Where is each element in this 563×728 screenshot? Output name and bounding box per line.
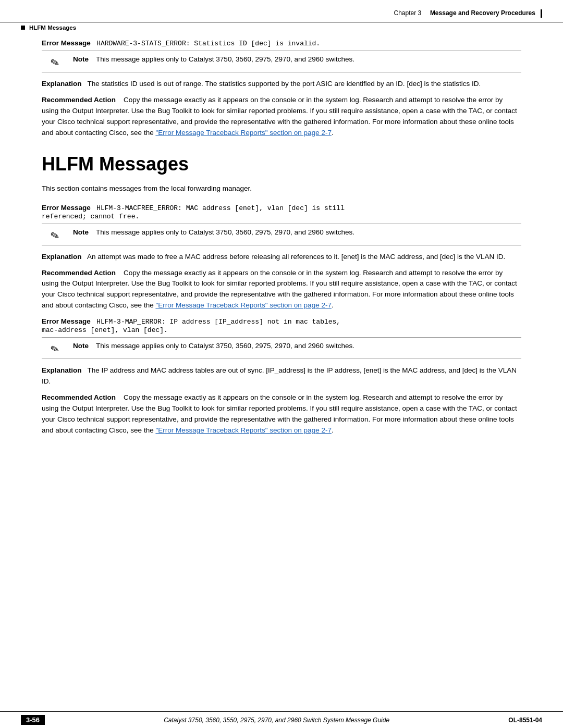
- pencil-icon: ✎: [49, 56, 60, 69]
- hlfm1-recommended-action-end: .: [332, 301, 334, 309]
- hlfm1-recommended-action-link[interactable]: "Error Message Traceback Reports" sectio…: [155, 301, 332, 309]
- hlfm2-note-text: This message applies only to Catalyst 37…: [96, 342, 521, 350]
- page-header: Chapter 3 Message and Recovery Procedure…: [0, 0, 563, 22]
- top-explanation-text: The statistics ID used is out of range. …: [88, 80, 481, 88]
- hlfm2-note-icon-col: ✎: [42, 342, 68, 354]
- top-note-box: ✎ Note This message applies only to Cata…: [42, 51, 521, 72]
- hlfm1-error-message-line: Error Message HLFM-3-MACFREE_ERROR: MAC …: [42, 204, 521, 220]
- pencil-icon-hlfm2: ✎: [49, 343, 60, 355]
- breadcrumb-text: HLFM Messages: [29, 24, 76, 31]
- footer-doc-title: Catalyst 3750, 3560, 3550, 2975, 2970, a…: [164, 717, 389, 724]
- hlfm-message-2: Error Message HLFM-3-MAP_ERROR: IP addre…: [42, 317, 521, 436]
- recommended-action-label-top: Recommended Action: [42, 96, 116, 104]
- hlfm1-note-box: ✎ Note This message applies only to Cata…: [42, 224, 521, 245]
- hlfm2-explanation-text: The IP address and MAC address tables ar…: [42, 366, 517, 385]
- top-error-code: HARDWARE-3-STATS_ERROR: Statistics ID [d…: [96, 40, 320, 47]
- top-note-text: This message applies only to Catalyst 37…: [96, 55, 521, 63]
- hlfm1-explanation-text: An attempt was made to free a MAC addres…: [87, 253, 505, 261]
- note-label-hlfm1: Note: [73, 228, 92, 236]
- error-message-label-hlfm2: Error Message: [42, 317, 91, 325]
- error-message-label-top: Error Message: [42, 39, 91, 47]
- top-error-block: Error Message HARDWARE-3-STATS_ERROR: St…: [42, 39, 521, 139]
- hlfm2-explanation: Explanation The IP address and MAC addre…: [42, 365, 521, 387]
- page-number: 3-56: [21, 715, 45, 725]
- top-error-message-line: Error Message HARDWARE-3-STATS_ERROR: St…: [42, 39, 521, 47]
- header-right: Chapter 3 Message and Recovery Procedure…: [394, 9, 543, 18]
- hlfm2-recommended-action: Recommended Action Copy the message exac…: [42, 392, 521, 436]
- hlfm2-note-content-col: Note This message applies only to Cataly…: [73, 342, 521, 350]
- error-message-label-hlfm1: Error Message: [42, 204, 91, 212]
- hlfm1-explanation: Explanation An attempt was made to free …: [42, 252, 521, 263]
- hlfm1-recommended-action: Recommended Action Copy the message exac…: [42, 268, 521, 312]
- page-content: Error Message HARDWARE-3-STATS_ERROR: St…: [0, 31, 563, 484]
- chapter-label: Chapter 3: [394, 9, 422, 17]
- top-explanation: Explanation The statistics ID used is ou…: [42, 79, 521, 90]
- hlfm1-note-icon-col: ✎: [42, 228, 68, 241]
- hlfm2-note-box: ✎ Note This message applies only to Cata…: [42, 337, 521, 359]
- page-footer: 3-56 Catalyst 3750, 3560, 3550, 2975, 29…: [0, 711, 563, 728]
- top-recommended-action-link[interactable]: "Error Message Traceback Reports" sectio…: [155, 129, 332, 137]
- explanation-label-hlfm1: Explanation: [42, 253, 82, 261]
- hlfm2-recommended-action-link[interactable]: "Error Message Traceback Reports" sectio…: [155, 426, 332, 434]
- hlfm1-note-content-col: Note This message applies only to Cataly…: [73, 228, 521, 236]
- hlfm2-error-message-line: Error Message HLFM-3-MAP_ERROR: IP addre…: [42, 317, 521, 334]
- hlfm-heading: HLFM Messages: [42, 153, 521, 175]
- hlfm-intro: This section contains messages from the …: [42, 184, 521, 192]
- chapter-title: Message and Recovery Procedures: [430, 9, 535, 17]
- explanation-label-top: Explanation: [42, 80, 82, 88]
- pencil-icon-hlfm1: ✎: [49, 229, 60, 242]
- hlfm-message-1: Error Message HLFM-3-MACFREE_ERROR: MAC …: [42, 204, 521, 312]
- hlfm1-note-text: This message applies only to Catalyst 37…: [96, 228, 521, 236]
- top-recommended-action-end: .: [332, 129, 334, 137]
- top-recommended-action: Recommended Action Copy the message exac…: [42, 95, 521, 139]
- recommended-action-label-hlfm2: Recommended Action: [42, 393, 116, 401]
- explanation-label-hlfm2: Explanation: [42, 366, 82, 374]
- note-content-col: Note This message applies only to Cataly…: [73, 55, 521, 63]
- breadcrumb: HLFM Messages: [0, 22, 563, 31]
- hlfm2-recommended-action-end: .: [332, 426, 334, 434]
- breadcrumb-bullet: [21, 26, 25, 30]
- note-label-hlfm2: Note: [73, 342, 92, 350]
- recommended-action-label-hlfm1: Recommended Action: [42, 269, 116, 277]
- note-icon-col: ✎: [42, 55, 68, 68]
- footer-doc-id: OL-8551-04: [508, 717, 542, 724]
- note-label-top: Note: [73, 55, 92, 63]
